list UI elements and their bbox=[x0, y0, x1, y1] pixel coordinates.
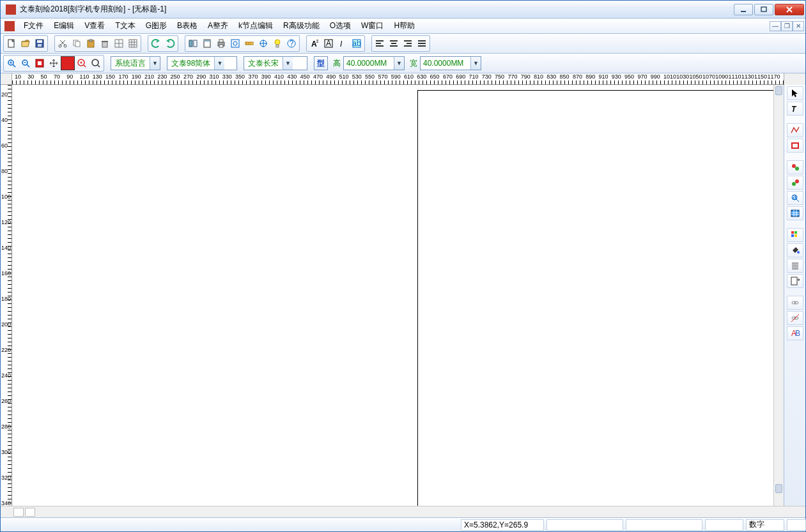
mdi-close-button[interactable]: ✕ bbox=[793, 21, 804, 31]
bold-button[interactable]: A bbox=[307, 36, 322, 50]
paste-button[interactable] bbox=[84, 36, 98, 50]
boxed-a-button[interactable]: A bbox=[322, 36, 336, 50]
font-style-combo[interactable]: 文泰长宋 ▼ bbox=[244, 56, 307, 70]
link-tool[interactable] bbox=[787, 296, 803, 310]
ruler-h-label: 1170 bbox=[767, 73, 780, 80]
open-file-button[interactable] bbox=[19, 36, 33, 50]
chevron-down-icon[interactable]: ▼ bbox=[470, 57, 481, 70]
chevron-down-icon[interactable]: ▼ bbox=[150, 57, 160, 70]
ruler-h-label: 250 bbox=[171, 73, 180, 80]
ruler-h-label: 290 bbox=[196, 73, 206, 80]
ab-tool[interactable]: AB bbox=[787, 326, 803, 340]
arrow-tool[interactable] bbox=[787, 86, 803, 100]
language-combo[interactable]: 系统语言 ▼ bbox=[111, 56, 160, 70]
pan-button[interactable] bbox=[47, 56, 61, 70]
export-tool[interactable] bbox=[787, 274, 803, 288]
magic-tool[interactable]: a bbox=[787, 191, 803, 205]
lines-tool[interactable] bbox=[787, 259, 803, 273]
align-right-button[interactable] bbox=[401, 36, 415, 50]
menu-graphic[interactable]: G图形 bbox=[141, 19, 172, 33]
status-empty-1 bbox=[546, 519, 623, 531]
link2-tool[interactable] bbox=[787, 311, 803, 325]
menu-options[interactable]: O选项 bbox=[325, 19, 356, 33]
chevron-down-icon[interactable]: ▼ bbox=[283, 57, 293, 70]
save-button[interactable] bbox=[33, 36, 47, 50]
chevron-down-icon[interactable]: ▼ bbox=[394, 57, 404, 70]
italic-button[interactable]: I bbox=[336, 36, 350, 50]
ruler-origin[interactable] bbox=[1, 73, 12, 85]
menu-advanced[interactable]: R高级功能 bbox=[278, 19, 325, 33]
grid2-button[interactable] bbox=[126, 36, 140, 50]
cut-button[interactable] bbox=[56, 36, 70, 50]
horizontal-scrollbar[interactable] bbox=[1, 506, 805, 517]
flip-button[interactable] bbox=[186, 36, 200, 50]
status-empty-4 bbox=[787, 519, 806, 531]
table-tool[interactable] bbox=[787, 206, 803, 220]
menu-window[interactable]: W窗口 bbox=[356, 19, 389, 33]
font-family-value: 文泰98简体 bbox=[167, 58, 214, 69]
scroll-sheet-tab[interactable] bbox=[25, 508, 35, 517]
guide-button[interactable] bbox=[256, 36, 270, 50]
ruler-v-label: 20 bbox=[1, 91, 8, 98]
ruler-v-label: 120 bbox=[1, 219, 11, 225]
chevron-down-icon[interactable]: ▼ bbox=[214, 57, 224, 70]
redo-button[interactable] bbox=[163, 36, 177, 50]
fill-red-button[interactable] bbox=[61, 56, 75, 70]
width-input[interactable]: 40.0000MM ▼ bbox=[420, 56, 481, 70]
align-justify-button[interactable] bbox=[415, 36, 429, 50]
maximize-button[interactable] bbox=[754, 4, 773, 15]
svg-text:ab: ab bbox=[352, 39, 361, 48]
shape-green-tool[interactable] bbox=[787, 176, 803, 190]
measure-button[interactable] bbox=[242, 36, 256, 50]
align-center-button[interactable] bbox=[387, 36, 401, 50]
svg-rect-13 bbox=[75, 42, 80, 47]
minimize-button[interactable] bbox=[734, 4, 753, 15]
zoom-mag-button[interactable] bbox=[89, 56, 103, 70]
tip-button[interactable] bbox=[270, 36, 284, 50]
new-file-button[interactable] bbox=[4, 36, 19, 50]
vertical-scrollbar[interactable] bbox=[773, 85, 784, 506]
height-input[interactable]: 40.0000MM ▼ bbox=[343, 56, 405, 70]
menu-view[interactable]: V查看 bbox=[79, 19, 110, 33]
bucket-tool[interactable] bbox=[787, 243, 803, 257]
rect-tool[interactable] bbox=[787, 139, 803, 153]
window-title: 文泰刻绘2018[刻字机专用刻绘] - [无标题-1] bbox=[20, 4, 734, 15]
font-family-combo[interactable]: 文泰98简体 ▼ bbox=[167, 56, 237, 70]
mdi-minimize-button[interactable]: — bbox=[770, 21, 781, 31]
print-button[interactable] bbox=[214, 36, 228, 50]
shape-red-tool[interactable] bbox=[787, 160, 803, 174]
text-tool[interactable]: T bbox=[787, 102, 803, 116]
canvas[interactable] bbox=[12, 85, 784, 506]
horizontal-ruler[interactable]: 1030507090110130150170190210230250270290… bbox=[12, 73, 784, 85]
palette-tool[interactable] bbox=[787, 228, 803, 242]
menu-file[interactable]: F文件 bbox=[19, 19, 49, 33]
zoom-out-button[interactable] bbox=[19, 56, 33, 70]
zoom-in-button[interactable] bbox=[4, 56, 19, 70]
mdi-restore-button[interactable]: ❐ bbox=[781, 21, 793, 31]
ruler-h-label: 530 bbox=[352, 73, 362, 80]
help-button[interactable]: ? bbox=[284, 36, 298, 50]
zoom-selection-button[interactable] bbox=[228, 36, 242, 50]
align-left-button[interactable] bbox=[373, 36, 387, 50]
svg-rect-31 bbox=[219, 40, 223, 42]
page-setup-button[interactable] bbox=[200, 36, 214, 50]
menu-align[interactable]: A整齐 bbox=[203, 19, 233, 33]
menu-edit[interactable]: E编辑 bbox=[49, 19, 79, 33]
type-button[interactable]: 型 bbox=[314, 56, 328, 70]
scroll-left-button[interactable] bbox=[13, 508, 24, 517]
copy-button[interactable] bbox=[70, 36, 84, 50]
menu-node[interactable]: k节点编辑 bbox=[233, 19, 278, 33]
grid-button[interactable] bbox=[112, 36, 126, 50]
close-button[interactable] bbox=[775, 4, 804, 15]
menu-help[interactable]: H帮助 bbox=[389, 19, 420, 33]
vertical-ruler[interactable]: 2040608010012014016018020022024026028030… bbox=[1, 85, 12, 506]
menu-table[interactable]: B表格 bbox=[172, 19, 203, 33]
polyline-tool[interactable] bbox=[787, 123, 803, 137]
undo-button[interactable] bbox=[149, 36, 163, 50]
zoom-plus-button[interactable] bbox=[75, 56, 89, 70]
menu-text[interactable]: T文本 bbox=[110, 19, 140, 33]
svg-point-88 bbox=[792, 182, 796, 186]
text-edit-button[interactable]: ab bbox=[350, 36, 364, 50]
delete-button[interactable] bbox=[98, 36, 112, 50]
zoom-select-button[interactable] bbox=[33, 56, 47, 70]
